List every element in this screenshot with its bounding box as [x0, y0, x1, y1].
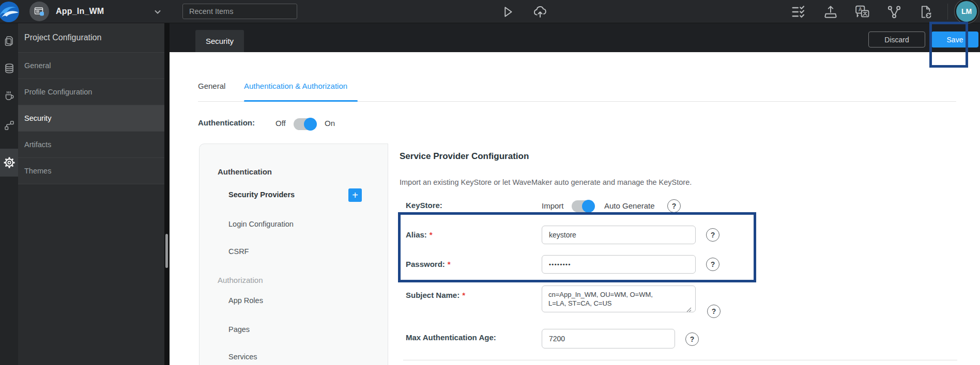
- keystore-toggle[interactable]: [572, 200, 594, 212]
- run-button[interactable]: [500, 4, 515, 20]
- section-divider: [403, 360, 957, 360]
- connector-flow-icon: [3, 119, 16, 132]
- recent-items-input[interactable]: [182, 4, 297, 19]
- menu-item-login-configuration[interactable]: Login Configuration: [228, 220, 294, 228]
- flows-nav-button[interactable]: [0, 114, 18, 137]
- keystore-import-label: Import: [542, 201, 564, 210]
- checklist-icon: [791, 4, 806, 20]
- authentication-toggle[interactable]: [294, 118, 316, 130]
- tab-general[interactable]: General: [198, 82, 225, 90]
- checklist-button[interactable]: [791, 4, 806, 20]
- alias-label: Alias:*: [406, 230, 433, 239]
- discard-button[interactable]: Discard: [868, 31, 925, 47]
- save-button[interactable]: Save: [931, 31, 978, 47]
- cloud-upload-icon: [532, 4, 548, 20]
- deploy-button[interactable]: [532, 4, 548, 20]
- project-config-sidebar: Project Configuration General Profile Co…: [18, 23, 164, 365]
- publish-icon: [823, 4, 838, 20]
- menu-section-authentication: Authentication: [218, 167, 272, 176]
- sidebar-title: Project Configuration: [18, 23, 164, 53]
- menu-item-services[interactable]: Services: [228, 353, 257, 361]
- toggle-knob: [304, 118, 317, 131]
- sidebar-item-artifacts[interactable]: Artifacts: [18, 132, 164, 158]
- app-title: App_In_WM: [56, 7, 104, 16]
- file-sync-icon: [918, 4, 934, 20]
- share-button[interactable]: [886, 4, 902, 20]
- keystore-help-button[interactable]: ?: [667, 199, 681, 213]
- alias-help-button[interactable]: ?: [706, 228, 719, 242]
- menu-item-security-providers[interactable]: Security Providers: [228, 191, 295, 199]
- avatar[interactable]: LM: [956, 1, 977, 22]
- topbar-divider: [947, 4, 948, 20]
- menu-item-app-roles[interactable]: App Roles: [228, 296, 263, 305]
- menu-item-pages[interactable]: Pages: [228, 325, 250, 334]
- max-auth-age-help-button[interactable]: ?: [685, 332, 699, 346]
- settings-nav-button[interactable]: [0, 149, 18, 177]
- sidebar-item-security[interactable]: Security: [18, 105, 164, 132]
- workspace-header-band: Security Discard Save: [170, 23, 980, 52]
- menu-item-csrf[interactable]: CSRF: [228, 247, 249, 256]
- keystore-auto-generate-label: Auto Generate: [604, 201, 655, 210]
- max-auth-age-input[interactable]: [542, 329, 675, 348]
- authentication-off-label: Off: [275, 119, 286, 128]
- pages-icon: [3, 35, 16, 47]
- chevron-down-icon[interactable]: [153, 7, 162, 17]
- alias-input[interactable]: [542, 226, 696, 244]
- wavemaker-studio-screen: App_In_WM: [0, 0, 980, 365]
- max-auth-age-label: Max Authentication Age:: [406, 333, 496, 342]
- sidebar-gutter: [164, 23, 170, 365]
- subject-name-required-marker: *: [462, 291, 465, 299]
- play-icon: [500, 5, 515, 19]
- password-label-text: Password:: [406, 260, 445, 268]
- sidebar-item-general[interactable]: General: [18, 53, 164, 79]
- password-label: Password:*: [406, 260, 451, 268]
- resize-grip-icon[interactable]: [686, 307, 692, 312]
- wavemaker-logo-icon: [0, 1, 22, 23]
- subject-name-textarea[interactable]: cn=App_In_WM, OU=WM, O=WM, L=LA, ST=CA, …: [542, 285, 696, 312]
- gear-icon: [3, 156, 16, 169]
- active-tab-underline: [244, 100, 358, 102]
- authentication-on-label: On: [325, 119, 335, 128]
- translate-icon: A: [854, 4, 870, 20]
- alias-label-text: Alias:: [406, 230, 427, 239]
- subject-name-help-button[interactable]: ?: [707, 305, 721, 318]
- share-nodes-icon: [886, 4, 902, 20]
- authentication-label: Authentication:: [198, 118, 255, 127]
- add-security-provider-button[interactable]: +: [348, 188, 362, 202]
- tab-authentication-authorization[interactable]: Authentication & Authorization: [244, 82, 347, 90]
- security-content: General Authentication & Authorization A…: [170, 52, 980, 365]
- sidebar-item-themes[interactable]: Themes: [18, 158, 164, 184]
- sidebar-scrollbar[interactable]: [165, 234, 168, 268]
- coffee-cup-icon: [3, 89, 16, 102]
- project-icon[interactable]: [29, 2, 49, 21]
- password-help-button[interactable]: ?: [706, 258, 719, 271]
- subject-name-label: Subject Name:*: [406, 291, 465, 299]
- top-bar: App_In_WM: [0, 0, 980, 23]
- database-nav-button[interactable]: [0, 57, 18, 80]
- left-icon-rail: [0, 23, 18, 365]
- workspace-tab-security[interactable]: Security: [195, 30, 244, 52]
- alias-required-marker: *: [430, 230, 433, 239]
- menu-section-authorization: Authorization: [218, 276, 263, 284]
- file-sync-button[interactable]: [918, 4, 934, 20]
- service-provider-description: Import an existing KeyStore or let WaveM…: [400, 178, 692, 186]
- translate-button[interactable]: A: [854, 4, 870, 20]
- security-menu-card: Authentication Security Providers + Logi…: [199, 144, 388, 365]
- database-icon: [3, 62, 16, 75]
- subject-name-label-text: Subject Name:: [406, 291, 460, 299]
- password-input[interactable]: [542, 255, 696, 274]
- pages-nav-button[interactable]: [0, 30, 18, 53]
- toggle-knob: [582, 200, 595, 213]
- java-services-nav-button[interactable]: [0, 84, 18, 107]
- service-provider-title: Service Provider Configuration: [400, 151, 529, 162]
- password-required-marker: *: [448, 260, 451, 268]
- sidebar-item-profile-configuration[interactable]: Profile Configuration: [18, 79, 164, 105]
- export-button[interactable]: [823, 4, 838, 20]
- keystore-label: KeyStore:: [406, 201, 442, 210]
